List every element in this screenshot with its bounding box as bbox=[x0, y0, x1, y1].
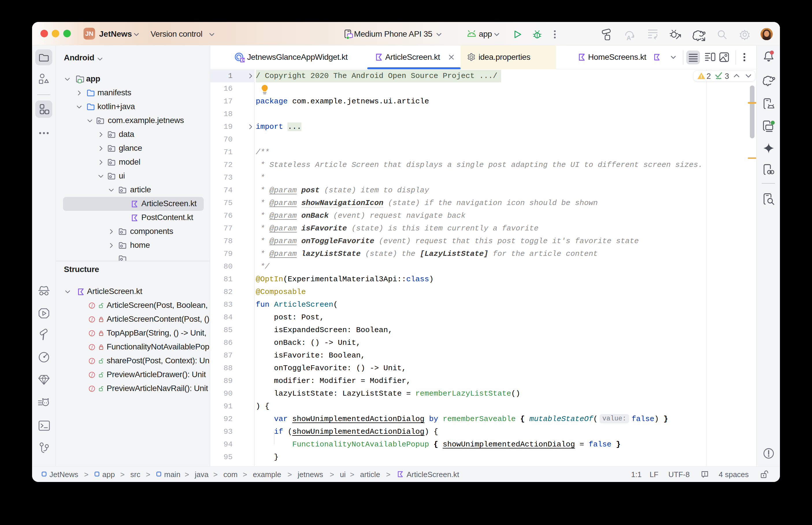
svg-text:A: A bbox=[626, 34, 631, 41]
svg-text:f: f bbox=[91, 373, 93, 377]
svg-text:f: f bbox=[91, 331, 93, 335]
svg-text:f: f bbox=[91, 345, 93, 349]
svg-text:f: f bbox=[91, 359, 93, 363]
svg-text:f: f bbox=[91, 303, 93, 308]
svg-text:f: f bbox=[91, 317, 93, 322]
svg-text:f: f bbox=[91, 386, 93, 391]
